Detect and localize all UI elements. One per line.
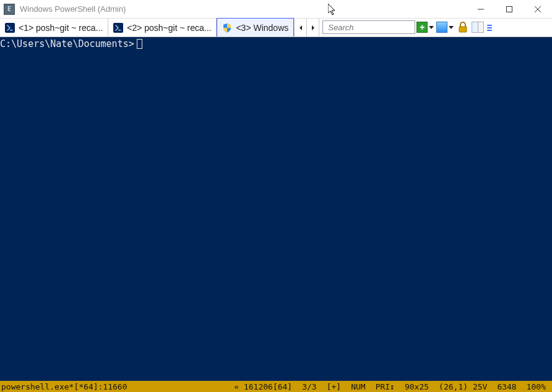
split-icon — [472, 22, 484, 33]
window-titlebar: E Windows PowerShell (Admin) — [0, 0, 552, 19]
status-bar: powershell.exe*[*64]:11660 « 161206[64] … — [0, 381, 552, 392]
status-pri: PRI↕ — [371, 382, 400, 391]
minimize-button[interactable] — [467, 0, 495, 19]
disk-icon — [436, 22, 447, 33]
lock-button[interactable] — [456, 19, 470, 36]
status-plus: [+] — [322, 382, 346, 391]
admin-shield-icon — [222, 23, 232, 33]
tab-1[interactable]: <1> posh~git ~ reca... — [0, 19, 108, 36]
tab-bar: <1> posh~git ~ reca... <2> posh~git ~ re… — [0, 19, 552, 37]
tab-scroll-left-button[interactable] — [294, 19, 306, 36]
status-num: NUM — [346, 382, 370, 391]
terminal-cursor — [137, 39, 142, 49]
tab-2[interactable]: <2> posh~git ~ reca... — [108, 19, 217, 36]
tab-scroll-right-button[interactable] — [306, 19, 319, 36]
search-input[interactable] — [322, 20, 415, 34]
window-title: Windows PowerShell (Admin) — [20, 4, 126, 14]
powershell-icon — [113, 23, 123, 33]
svg-rect-2 — [10, 30, 13, 31]
app-icon: E — [4, 4, 15, 15]
svg-rect-3 — [118, 30, 121, 31]
attach-button[interactable] — [436, 19, 455, 36]
maximize-button[interactable] — [495, 0, 524, 19]
lock-icon — [458, 22, 468, 33]
status-index: 3/3 — [297, 382, 321, 391]
terminal-area[interactable]: C:\Users\Nate\Documents> — [0, 37, 552, 381]
tab-label: <1> posh~git ~ reca... — [19, 23, 103, 33]
status-process: powershell.exe*[*64]:11660 — [1, 382, 127, 391]
status-zoom: 100% — [522, 382, 551, 391]
close-button[interactable] — [524, 0, 552, 19]
tab-3-active[interactable]: <3> Windows — [217, 18, 294, 36]
plus-icon: + — [416, 22, 428, 33]
status-mem: 6348 — [492, 382, 521, 391]
chevron-down-icon — [429, 26, 434, 29]
chevron-down-icon — [449, 26, 454, 29]
svg-rect-0 — [478, 9, 484, 9]
tab-label: <2> posh~git ~ reca... — [127, 23, 211, 33]
status-build: « 161206[64] — [229, 382, 297, 391]
status-size: 90x25 — [400, 382, 434, 391]
split-view-button[interactable] — [471, 19, 485, 36]
new-tab-button[interactable]: + — [416, 19, 435, 36]
svg-rect-5 — [459, 27, 467, 32]
powershell-icon — [5, 23, 15, 33]
svg-rect-1 — [507, 6, 512, 12]
status-cursor: (26,1) 25V — [434, 382, 492, 391]
prompt-text: C:\Users\Nate\Documents> — [0, 38, 134, 49]
menu-button[interactable] — [485, 19, 493, 36]
tab-label: <3> Windows — [236, 23, 288, 33]
